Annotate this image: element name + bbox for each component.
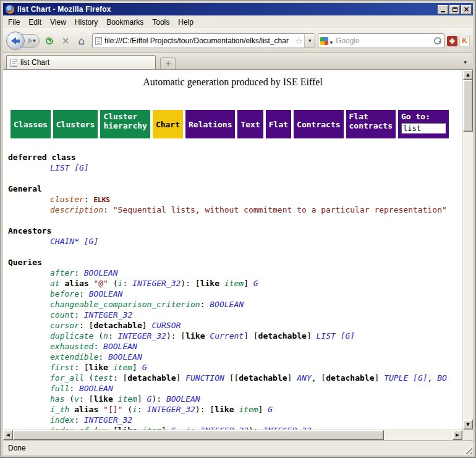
code-line: Queries xyxy=(3,257,462,268)
close-icon: × xyxy=(463,6,469,13)
address-bar[interactable]: ☆ ▼ xyxy=(92,33,315,48)
code-line: deferred class xyxy=(3,152,462,163)
menu-item-bookmarks[interactable]: Bookmarks xyxy=(102,17,148,28)
tab-list-chart[interactable]: list Chart xyxy=(6,55,156,69)
code-line: has (v: [like item] G): BOOLEAN xyxy=(3,394,462,404)
home-icon: ⌂ xyxy=(79,35,85,47)
doc-button-clusters[interactable]: Clusters xyxy=(53,110,98,138)
search-magnifier-icon[interactable] xyxy=(433,36,442,45)
page-heading: Automatic generation produced by ISE Eif… xyxy=(3,77,462,88)
code-line: duplicate (n: INTEGER_32): [like Current… xyxy=(3,331,462,341)
search-bar[interactable]: ▼ xyxy=(318,33,444,48)
code-line: exhausted: BOOLEAN xyxy=(3,341,462,352)
stop-button[interactable]: × xyxy=(58,33,73,48)
status-text: Done xyxy=(8,444,26,452)
addon-k-icon[interactable]: K xyxy=(459,36,470,46)
menu-item-edit[interactable]: Edit xyxy=(24,17,46,28)
window-controls: × xyxy=(438,5,472,14)
goto-input[interactable] xyxy=(401,123,446,133)
scrollbar-corner xyxy=(462,429,473,440)
resize-grip[interactable] xyxy=(463,445,472,454)
page-favicon xyxy=(95,37,102,45)
doc-button-classes[interactable]: Classes xyxy=(11,110,51,138)
close-button[interactable]: × xyxy=(461,5,472,14)
menu-bar: FileEditViewHistoryBookmarksToolsHelp xyxy=(3,15,473,28)
doc-button-cluster-hierarchy[interactable]: Clusterhierarchy xyxy=(100,110,150,138)
window-title: list Chart - Mozilla Firefox xyxy=(17,5,438,14)
document-body: deferred classLIST [G] Generalcluster: E… xyxy=(3,152,462,429)
code-line: first: [like item] G xyxy=(3,362,462,373)
status-bar: Done xyxy=(3,440,473,455)
code-line xyxy=(3,247,462,257)
back-forward-group: ▼ xyxy=(6,32,40,50)
doc-button-contracts[interactable]: Contracts xyxy=(294,110,343,138)
tab-label: list Chart xyxy=(20,58,49,67)
search-dropdown-icon: ▼ xyxy=(329,40,333,44)
back-arrow-icon xyxy=(11,37,20,44)
code-line: count: INTEGER_32 xyxy=(3,310,462,320)
addon-icons: K xyxy=(447,36,470,46)
forward-arrow-icon xyxy=(28,38,33,44)
reload-icon xyxy=(46,37,53,44)
code-line: Ancestors xyxy=(3,226,462,236)
search-engine-dropdown[interactable]: ▼ xyxy=(328,35,334,46)
code-line: after: BOOLEAN xyxy=(3,268,462,278)
addon-red-icon[interactable] xyxy=(447,36,457,46)
page-viewport: Automatic generation produced by ISE Eif… xyxy=(3,70,462,429)
menu-item-history[interactable]: History xyxy=(70,17,102,28)
doc-button-relations[interactable]: Relations xyxy=(185,110,235,138)
doc-button-chart[interactable]: Chart xyxy=(153,110,183,138)
scroll-down-button[interactable]: ▼ xyxy=(463,420,473,429)
code-line xyxy=(3,173,462,184)
horizontal-scrollbar[interactable]: ◀ ▶ xyxy=(3,429,462,440)
vertical-scrollbar[interactable]: ▲ ▼ xyxy=(462,70,473,429)
url-input[interactable] xyxy=(102,35,294,47)
browser-window: list Chart - Mozilla Firefox × FileEditV… xyxy=(0,0,476,458)
code-line: for_all (test: [detachable] FUNCTION [[d… xyxy=(3,373,462,383)
maximize-icon xyxy=(453,7,457,12)
code-line: before: BOOLEAN xyxy=(3,289,462,299)
menu-item-tools[interactable]: Tools xyxy=(148,17,174,28)
code-line xyxy=(3,215,462,226)
code-line: extendible: BOOLEAN xyxy=(3,352,462,362)
new-tab-button[interactable] xyxy=(160,57,176,69)
url-dropdown-icon: ▼ xyxy=(308,39,312,43)
navigation-toolbar: ▼ × ⌂ ☆ ▼ ▼ K xyxy=(3,28,473,53)
home-button[interactable]: ⌂ xyxy=(74,33,89,48)
menu-item-file[interactable]: File xyxy=(4,17,24,28)
code-line: changeable_comparison_criterion: BOOLEAN xyxy=(3,299,462,310)
code-line: LIST [G] xyxy=(3,163,462,173)
tab-bar: list Chart ▼ xyxy=(3,53,473,70)
reload-button[interactable] xyxy=(42,33,57,48)
tab-favicon xyxy=(11,59,17,67)
bookmark-star-icon[interactable]: ☆ xyxy=(294,36,305,46)
code-line: i_th alias "[]" (i: INTEGER_32): [like i… xyxy=(3,404,462,415)
code-line: cursor: [detachable] CURSOR xyxy=(3,320,462,331)
menu-item-help[interactable]: Help xyxy=(174,17,198,28)
code-line: full: BOOLEAN xyxy=(3,383,462,394)
history-dropdown-icon: ▼ xyxy=(33,39,36,43)
maximize-button[interactable] xyxy=(449,5,460,14)
code-line: CHAIN* [G] xyxy=(3,236,462,247)
url-dropdown-button[interactable]: ▼ xyxy=(304,34,315,48)
scroll-left-button[interactable]: ◀ xyxy=(3,430,13,440)
title-bar[interactable]: list Chart - Mozilla Firefox × xyxy=(3,3,473,15)
code-line: index: INTEGER_32 xyxy=(3,415,462,425)
doc-button-flat[interactable]: Flat xyxy=(266,110,291,138)
search-input[interactable] xyxy=(334,35,433,47)
scroll-right-button[interactable]: ▶ xyxy=(453,430,462,440)
list-all-tabs-button[interactable]: ▼ xyxy=(459,56,471,69)
google-icon xyxy=(320,37,328,45)
doc-button-flat-contracts[interactable]: Flatcontracts xyxy=(346,110,396,138)
menu-item-view[interactable]: View xyxy=(46,17,70,28)
horizontal-scroll-thumb[interactable] xyxy=(13,430,384,440)
minimize-button[interactable] xyxy=(438,5,448,14)
code-line: cluster: ELKS xyxy=(3,194,462,205)
code-line: General xyxy=(3,184,462,194)
vertical-scroll-thumb[interactable] xyxy=(463,80,473,132)
doc-button-go-to[interactable]: Go to: xyxy=(398,110,449,138)
back-button[interactable] xyxy=(6,32,25,50)
doc-button-text[interactable]: Text xyxy=(237,110,263,138)
code-line: at alias "@" (i: INTEGER_32): [like item… xyxy=(3,278,462,289)
scroll-up-button[interactable]: ▲ xyxy=(463,70,473,80)
